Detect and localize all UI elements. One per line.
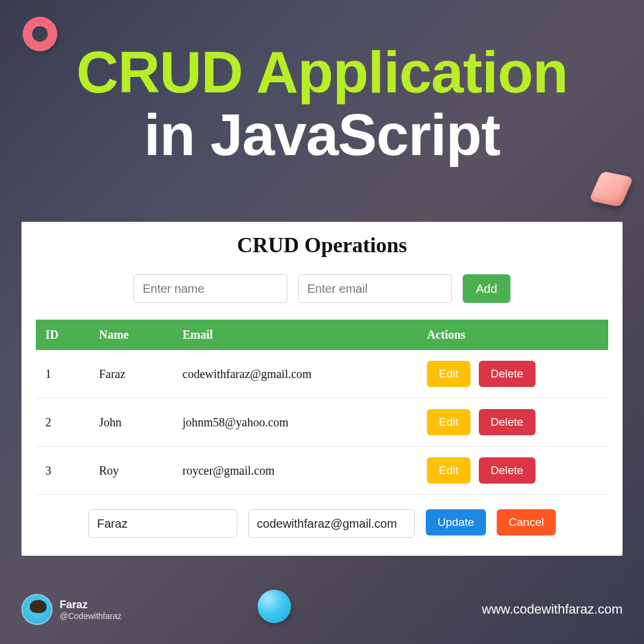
demo-card: CRUD Operations Add ID Name Email Action…: [21, 222, 623, 556]
avatar: [21, 594, 52, 625]
cell-id: 3: [36, 447, 89, 495]
delete-button[interactable]: Delete: [479, 361, 535, 387]
cell-actions: Edit Delete: [417, 398, 608, 447]
author-name: Faraz: [60, 599, 122, 611]
cell-name: Faraz: [89, 350, 173, 398]
add-button[interactable]: Add: [463, 274, 510, 303]
cell-id: 2: [36, 398, 89, 447]
edit-button[interactable]: Edit: [427, 409, 470, 435]
col-name: Name: [89, 320, 173, 350]
cell-actions: Edit Delete: [417, 447, 608, 495]
author-handle: @Codewithfaraz: [60, 611, 122, 621]
author-profile: Faraz @Codewithfaraz: [21, 594, 122, 625]
cell-actions: Edit Delete: [417, 350, 608, 398]
edit-button[interactable]: Edit: [427, 361, 470, 387]
col-email: Email: [173, 320, 417, 350]
cell-email: codewithfaraz@gmail.com: [173, 350, 417, 398]
edit-email-input[interactable]: [248, 509, 415, 538]
hero-line-2: in JavaScript: [0, 104, 644, 166]
cell-name: John: [89, 398, 173, 447]
card-title: CRUD Operations: [36, 233, 608, 258]
cell-name: Roy: [89, 447, 173, 495]
update-button[interactable]: Update: [426, 509, 486, 535]
table-row: 3 Roy roycer@gmail.com Edit Delete: [36, 447, 608, 495]
data-table: ID Name Email Actions 1 Faraz codewithfa…: [36, 320, 608, 495]
site-url: www.codewithfaraz.com: [482, 602, 623, 617]
table-header-row: ID Name Email Actions: [36, 320, 608, 350]
footer: Faraz @Codewithfaraz www.codewithfaraz.c…: [21, 594, 623, 625]
table-row: 2 John johnm58@yahoo.com Edit Delete: [36, 398, 608, 447]
cell-email: roycer@gmail.com: [173, 447, 417, 495]
cell-id: 1: [36, 350, 89, 398]
delete-button[interactable]: Delete: [479, 409, 535, 435]
delete-button[interactable]: Delete: [479, 457, 535, 484]
hero-line-1: CRUD Application: [0, 42, 644, 103]
col-actions: Actions: [417, 320, 608, 350]
col-id: ID: [36, 320, 89, 350]
decoration-cube: [589, 171, 633, 208]
edit-button[interactable]: Edit: [427, 457, 470, 484]
hero-title: CRUD Application in JavaScript: [0, 0, 644, 166]
name-input[interactable]: [134, 274, 287, 303]
edit-name-input[interactable]: [88, 509, 237, 538]
table-row: 1 Faraz codewithfaraz@gmail.com Edit Del…: [36, 350, 608, 398]
cell-email: johnm58@yahoo.com: [173, 398, 417, 447]
email-input[interactable]: [298, 274, 452, 303]
edit-form: Update Cancel: [36, 509, 608, 538]
cancel-button[interactable]: Cancel: [497, 509, 556, 535]
add-form: Add: [36, 274, 608, 303]
